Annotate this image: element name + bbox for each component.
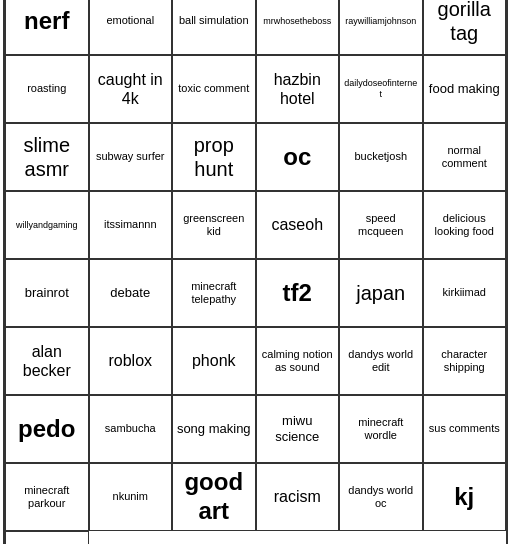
- bingo-cell-14: prop hunt: [172, 123, 256, 191]
- bingo-cell-18: willyandgaming: [5, 191, 89, 259]
- bingo-cell-44: good art: [172, 463, 256, 531]
- bingo-grid: nerfemotionalball simulationmrwhosethebo…: [5, 0, 506, 544]
- bingo-cell-31: roblox: [89, 327, 173, 395]
- bingo-cell-36: pedo: [5, 395, 89, 463]
- bingo-cell-46: dandys world oc: [339, 463, 423, 531]
- bingo-cell-35: character shipping: [423, 327, 507, 395]
- bingo-cell-33: calming notion as sound: [256, 327, 340, 395]
- bingo-cell-39: miwu science: [256, 395, 340, 463]
- bingo-cell-38: song making: [172, 395, 256, 463]
- bingo-cell-34: dandys world edit: [339, 327, 423, 395]
- bingo-cell-40: minecraft wordle: [339, 395, 423, 463]
- bingo-cell-26: minecraft telepathy: [172, 259, 256, 327]
- bingo-cell-42: minecraft parkour: [5, 463, 89, 531]
- bingo-cell-13: subway surfer: [89, 123, 173, 191]
- bingo-cell-23: delicious looking food: [423, 191, 507, 259]
- bingo-cell-9: hazbin hotel: [256, 55, 340, 123]
- bingo-cell-20: greenscreen kid: [172, 191, 256, 259]
- bingo-cell-8: toxic comment: [172, 55, 256, 123]
- bingo-cell-41: sus comments: [423, 395, 507, 463]
- bingo-cell-19: itssimannn: [89, 191, 173, 259]
- bingo-cell-2: ball simulation: [172, 0, 256, 55]
- bingo-cell-7: caught in 4k: [89, 55, 173, 123]
- bingo-cell-24: brainrot: [5, 259, 89, 327]
- bingo-cell-15: oc: [256, 123, 340, 191]
- bingo-cell-6: roasting: [5, 55, 89, 123]
- bingo-cell-43: nkunim: [89, 463, 173, 531]
- bingo-cell-10: dailydoseofinternet: [339, 55, 423, 123]
- bingo-cell-48: food testing: [5, 531, 89, 544]
- bingo-cell-12: slime asmr: [5, 123, 89, 191]
- bingo-cell-17: normal comment: [423, 123, 507, 191]
- bingo-cell-0: nerf: [5, 0, 89, 55]
- bingo-cell-29: kirkiimad: [423, 259, 507, 327]
- bingo-cell-30: alan becker: [5, 327, 89, 395]
- bingo-cell-16: bucketjosh: [339, 123, 423, 191]
- bingo-cell-3: mrwhosetheboss: [256, 0, 340, 55]
- bingo-cell-1: emotional: [89, 0, 173, 55]
- bingo-cell-5: gorilla tag: [423, 0, 507, 55]
- bingo-cell-11: food making: [423, 55, 507, 123]
- bingo-cell-25: debate: [89, 259, 173, 327]
- bingo-cell-37: sambucha: [89, 395, 173, 463]
- bingo-cell-4: raywilliamjohnson: [339, 0, 423, 55]
- bingo-cell-21: caseoh: [256, 191, 340, 259]
- bingo-cell-28: japan: [339, 259, 423, 327]
- bingo-cell-27: tf2: [256, 259, 340, 327]
- bingo-cell-45: racism: [256, 463, 340, 531]
- bingo-cell-22: speed mcqueen: [339, 191, 423, 259]
- bingo-cell-47: kj: [423, 463, 507, 531]
- bingo-cell-32: phonk: [172, 327, 256, 395]
- bingo-card: BINGOO nerfemotionalball simulationmrwho…: [3, 0, 508, 544]
